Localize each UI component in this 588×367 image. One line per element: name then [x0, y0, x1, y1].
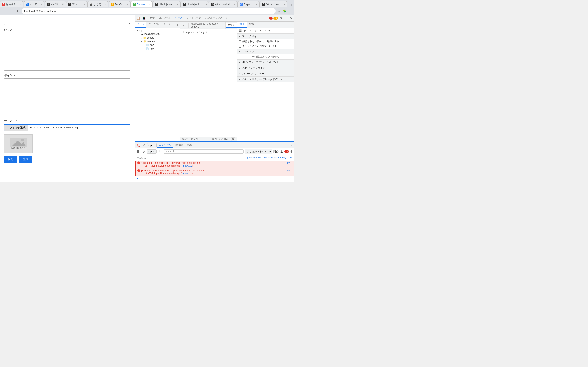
console-error-link-1[interactable]: new:1:1 — [183, 164, 192, 167]
debug-sidebar-toggle[interactable]: ☰ — [238, 29, 242, 33]
tree-item-assets[interactable]: ▶ 📁 assets — [135, 36, 180, 40]
console-clear2-btn[interactable]: ⊘ — [142, 149, 146, 154]
console-tab-issues[interactable]: 問題 — [185, 142, 193, 148]
debug-step-into-btn[interactable]: ↴ — [253, 29, 257, 33]
breakpoints-header[interactable]: ▼ ブレークポイント — [237, 34, 294, 39]
src-tab-workspace[interactable]: ワークスペース — [146, 22, 168, 27]
tab-close-5[interactable]: ✕ — [104, 3, 106, 6]
debug-tab-watch[interactable]: 監視 — [247, 22, 257, 27]
tab-2[interactable]: W webア… ✕ — [24, 1, 44, 7]
devtools-settings-btn[interactable]: ⚙ — [279, 16, 283, 21]
console-error-file-link-2[interactable]: new:1 — [286, 169, 292, 172]
reload-button[interactable]: ↻ — [16, 8, 21, 14]
devtools-tab-network[interactable]: ネットワーク — [184, 15, 203, 21]
coverage-badge[interactable]: ▣ — [231, 137, 235, 141]
top-textarea[interactable] — [4, 17, 130, 25]
tab-4[interactable]: N プレビ… ✕ — [66, 1, 87, 7]
console-info-link[interactable]: application.self-40d···6b21cd.js?body=1:… — [246, 156, 292, 160]
xhr-header[interactable]: ▶ XHR / フェッチ ブレークポイント — [237, 59, 294, 65]
console-context-selector[interactable]: top ▼ — [147, 143, 156, 147]
debug-deactivate-btn[interactable]: ⇥ — [263, 29, 267, 33]
tab-close-6[interactable]: ✕ — [126, 3, 128, 6]
expand-icon-2[interactable]: ▶ — [141, 169, 143, 172]
console-filter-btn[interactable]: ⊘ — [142, 143, 146, 148]
tab-6[interactable]: J JavaSc… ✕ — [109, 1, 130, 7]
file-select-button[interactable]: ファイルを選択 — [4, 125, 28, 131]
devtools-more-btn[interactable]: ⋮ — [284, 16, 288, 21]
src-tab-more[interactable]: » — [168, 22, 172, 27]
register-button[interactable]: 登録 — [19, 156, 32, 163]
console-error-file-link-1[interactable]: new:1 — [286, 161, 292, 164]
tab-3[interactable]: N MVPリ… ✕ — [44, 1, 66, 7]
console-settings-btn[interactable]: ⚙ — [290, 150, 293, 153]
console-context2[interactable]: top ▼ — [147, 150, 156, 154]
tab-5[interactable]: T よく使… ✕ — [87, 1, 108, 7]
tab-7[interactable]: C CarryW… ✕ — [130, 1, 153, 7]
tab-close-12[interactable]: ✕ — [284, 3, 286, 6]
devtools-tab-sources[interactable]: ソース — [173, 15, 184, 21]
address-input[interactable] — [22, 8, 276, 14]
breakpoint-caught-checkbox[interactable] — [239, 45, 241, 48]
tab-11[interactable]: G G sproc… ✕ — [237, 1, 260, 7]
tab-close-7[interactable]: ✕ — [149, 3, 150, 6]
tree-item-localhost[interactable]: ▼ ☁ localhost:3000 — [135, 32, 180, 36]
tree-item-new-1[interactable]: 📄 new — [135, 43, 180, 47]
console-tab-new-features[interactable]: 新機能 — [174, 142, 184, 148]
editor-tab-close-new2[interactable]: ✕ — [233, 24, 234, 26]
forward-button[interactable]: → — [9, 8, 14, 14]
tab-12[interactable]: G Github New I… ✕ — [260, 1, 288, 7]
breakpoint-uncaught-checkbox[interactable] — [239, 40, 241, 43]
event-header[interactable]: ▶ イベント リスナー ブレークポイント — [237, 77, 294, 82]
tab-9[interactable]: G github jsmind… ✕ — [181, 1, 209, 7]
tree-item-top[interactable]: ▼ top — [135, 29, 180, 32]
tab-close-11[interactable]: ✕ — [256, 3, 258, 6]
back-button-form[interactable]: 戻る — [4, 156, 17, 163]
tab-10[interactable]: G github jsmind… ✕ — [209, 1, 237, 7]
new-tab-button[interactable]: + — [288, 3, 294, 7]
dom-header[interactable]: ▶ DOM ブレークポイント — [237, 65, 294, 71]
editor-tab-new1[interactable]: new — [180, 23, 189, 27]
console-tab-console[interactable]: コンソール — [157, 142, 173, 148]
debug-tab-scope[interactable]: 範囲 — [237, 22, 247, 27]
tab-1[interactable]: R 超実践！… ✕ — [0, 1, 24, 7]
sources-more-btn[interactable]: ⋮ — [175, 22, 180, 27]
src-tab-page[interactable]: ページ — [135, 22, 146, 27]
extensions-button[interactable]: 🧩 — [282, 8, 287, 13]
tab-close-9[interactable]: ✕ — [205, 3, 207, 6]
devtools-tab-elements[interactable]: 要素 — [148, 15, 156, 21]
tab-close-2[interactable]: ✕ — [40, 3, 42, 6]
debug-step-out-btn[interactable]: ↵ — [258, 29, 262, 33]
tab-close-3[interactable]: ✕ — [62, 3, 64, 6]
callstack-header[interactable]: ▼ コールスタック — [237, 49, 294, 54]
debug-no-breakpoints-btn[interactable]: ■ — [268, 29, 271, 33]
devtools-close-btn[interactable]: ✕ — [289, 16, 293, 21]
tab-close-10[interactable]: ✕ — [233, 3, 235, 6]
devtools-inspect-btn[interactable]: 📋 — [136, 16, 141, 21]
debug-step-over-btn[interactable]: ↷ — [248, 29, 252, 33]
tsukurikata-textarea[interactable] — [4, 33, 130, 71]
console-filter-input[interactable] — [164, 150, 243, 154]
devtools-tab-console[interactable]: コンソール — [156, 15, 173, 21]
devtools-tab-more[interactable]: » — [224, 15, 230, 21]
tree-item-new-2[interactable]: 📄 new — [135, 47, 180, 50]
tree-item-menus[interactable]: ▼ 📁 menus — [135, 40, 180, 43]
tab-close-8[interactable]: ✕ — [177, 3, 179, 6]
console-level-select[interactable]: デフォルト レベル — [245, 149, 272, 154]
global-header[interactable]: ▶ グローバル リスナー — [237, 71, 294, 76]
back-button[interactable]: ← — [2, 8, 7, 14]
bookmark-button[interactable]: ☆ — [277, 8, 281, 13]
console-error-link-2[interactable]: new:1:1 — [183, 172, 192, 175]
debug-resume-btn[interactable]: ▶ — [243, 29, 247, 33]
editor-tab-jquery[interactable]: jquery.self-bd7...abee.js?body=1 — [189, 22, 226, 29]
tab-8[interactable]: G github jsmind… ✕ — [153, 1, 181, 7]
console-close-btn[interactable]: ✕ — [290, 143, 293, 147]
devtools-tab-performance[interactable]: パフォーマンス — [203, 15, 224, 21]
devtools-device-btn[interactable]: 📱 — [141, 16, 146, 21]
menu-button[interactable]: ⋮ — [288, 8, 292, 13]
console-eye-btn[interactable]: 👁 — [158, 149, 162, 154]
console-sidebar-btn[interactable]: ☰ — [136, 149, 140, 154]
console-clear-btn[interactable]: 🚫 — [136, 143, 141, 148]
points-textarea[interactable] — [4, 78, 130, 116]
editor-tab-new2[interactable]: new ✕ — [226, 23, 237, 28]
tab-close-4[interactable]: ✕ — [83, 3, 85, 6]
